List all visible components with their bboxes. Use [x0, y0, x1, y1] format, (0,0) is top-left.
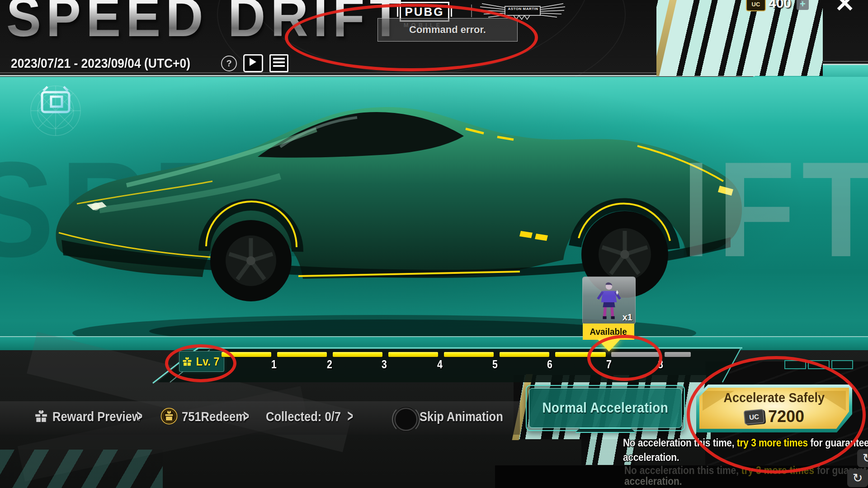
notes-icon[interactable] [269, 54, 288, 72]
outfit-item-icon [594, 281, 623, 320]
speed-drift-screen: SPEED DRIFT [0, 0, 868, 488]
normal-acceleration-label: Normal Acceleration [542, 400, 669, 416]
divider [0, 72, 755, 73]
progress-segment [500, 352, 549, 357]
chevron-right-icon[interactable]: > [347, 407, 353, 426]
divider [0, 75, 755, 76]
progress-segment [333, 352, 382, 357]
aston-martin-label: ASTON MARTIN [506, 7, 540, 11]
help-icon[interactable]: ? [221, 56, 237, 71]
progress-segment-empty [665, 352, 691, 357]
add-currency-button[interactable]: + [797, 0, 809, 10]
normal-acceleration-button[interactable]: Normal Acceleration [526, 385, 685, 431]
annotation-ellipse-level-badge [165, 344, 236, 382]
tick-label: 4 [432, 358, 448, 371]
rotate-icon[interactable]: ↻ [857, 449, 868, 467]
decor-texture [0, 450, 163, 488]
gift-icon [34, 409, 48, 423]
progress-segment [277, 352, 327, 357]
video-icon[interactable] [243, 54, 263, 72]
redeem-coin-icon [160, 408, 178, 425]
item-count: x1 [623, 312, 632, 323]
skip-animation-toggle[interactable] [394, 408, 418, 431]
vehicle-showcase-icon[interactable] [36, 85, 75, 115]
close-button[interactable]: ✕ [835, 0, 855, 18]
decor-stripes [656, 0, 823, 76]
tick-label: 1 [266, 358, 282, 371]
annotation-ellipse-level-7 [587, 335, 662, 381]
annotation-ellipse-command-error [285, 4, 538, 71]
skip-animation-label: Skip Animation [420, 409, 503, 424]
tick-label: 6 [542, 358, 557, 371]
collected-link[interactable]: Collected: 0/7 [266, 409, 341, 424]
tick-label: 2 [322, 358, 337, 371]
chevron-right-icon[interactable]: > [137, 407, 142, 426]
progress-segment [444, 352, 494, 357]
reward-item-card[interactable]: x1 [582, 277, 636, 324]
event-date-range: 2023/07/21 - 2023/09/04 (UTC+0) [11, 56, 190, 71]
page-indicator-3[interactable] [831, 360, 853, 369]
rotate-icon[interactable]: ↻ [847, 469, 868, 487]
event-banner: SPEED DRIFT [0, 77, 868, 350]
chevron-right-icon[interactable]: > [243, 407, 249, 426]
uc-currency-icon: UC [746, 0, 766, 11]
annotation-ellipse-accelerate-safely [687, 356, 866, 474]
aston-martin-valkyrie-car [45, 97, 750, 350]
tick-label: 3 [377, 358, 392, 371]
progress-segment [388, 352, 438, 357]
redeem-link[interactable]: 751Redeem [182, 409, 246, 424]
uc-balance: 400 [769, 0, 791, 11]
reward-preview-link[interactable]: Reward Preview [52, 409, 141, 424]
tick-label: 5 [487, 358, 503, 371]
